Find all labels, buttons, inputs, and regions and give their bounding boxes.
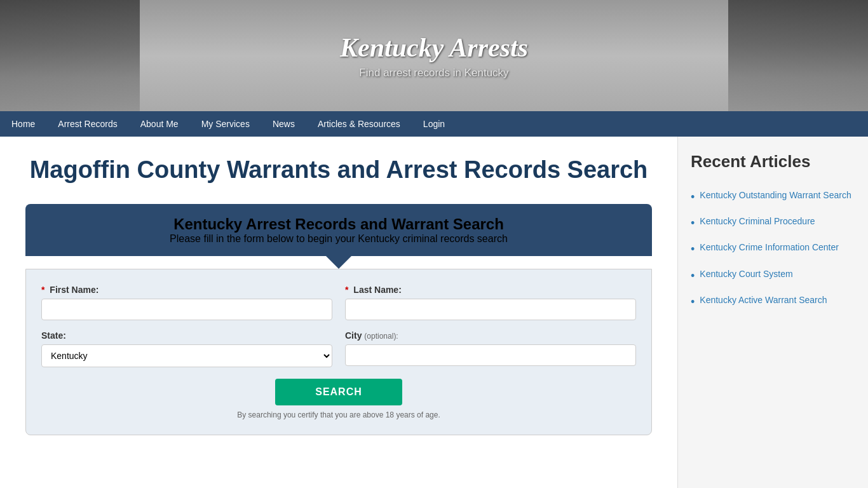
list-item: • Kentucky Criminal Procedure xyxy=(691,210,855,236)
bullet-icon: • xyxy=(691,241,695,257)
city-optional: (optional): xyxy=(364,332,398,341)
nav-articles[interactable]: Articles & Resources xyxy=(306,111,412,137)
main-nav: Home Arrest Records About Me My Services… xyxy=(0,111,868,137)
last-name-group: * Last Name: xyxy=(345,285,636,320)
search-box-arrow xyxy=(326,256,351,269)
nav-home[interactable]: Home xyxy=(0,111,46,137)
form-disclaimer: By searching you certify that you are ab… xyxy=(41,410,636,419)
sidebar-title: Recent Articles xyxy=(691,152,855,172)
first-name-group: * First Name: xyxy=(41,285,332,320)
search-box-heading: Kentucky Arrest Records and Warrant Sear… xyxy=(39,215,638,233)
city-label: City (optional): xyxy=(345,330,636,341)
list-item: • Kentucky Outstanding Warrant Search xyxy=(691,184,855,210)
first-name-input[interactable] xyxy=(41,299,332,320)
list-item: • Kentucky Active Warrant Search xyxy=(691,289,855,315)
bullet-icon: • xyxy=(691,294,695,310)
nav-login[interactable]: Login xyxy=(412,111,456,137)
city-input[interactable] xyxy=(345,344,636,366)
bullet-icon: • xyxy=(691,189,695,205)
state-select[interactable]: Kentucky xyxy=(41,344,332,367)
sidebar-link-3[interactable]: Kentucky Court System xyxy=(700,268,792,281)
page-title: Magoffin County Warrants and Arrest Reco… xyxy=(25,156,652,185)
main-layout: Magoffin County Warrants and Arrest Reco… xyxy=(0,137,868,488)
search-form-container: * First Name: * Last Name: xyxy=(25,269,652,435)
last-name-required: * xyxy=(345,285,348,295)
state-label: State: xyxy=(41,330,332,341)
last-name-label: * Last Name: xyxy=(345,285,636,295)
list-item: • Kentucky Court System xyxy=(691,263,855,289)
sidebar-link-0[interactable]: Kentucky Outstanding Warrant Search xyxy=(700,189,851,202)
nav-arrest-records[interactable]: Arrest Records xyxy=(46,111,128,137)
nav-about-me[interactable]: About Me xyxy=(129,111,190,137)
state-group: State: Kentucky xyxy=(41,330,332,367)
name-row: * First Name: * Last Name: xyxy=(41,285,636,320)
main-content: Magoffin County Warrants and Arrest Reco… xyxy=(0,137,677,488)
bullet-icon: • xyxy=(691,268,695,284)
site-subtitle: Find arrest records in Kentucky xyxy=(340,67,528,79)
nav-my-services[interactable]: My Services xyxy=(190,111,261,137)
sidebar-link-2[interactable]: Kentucky Crime Information Center xyxy=(700,241,839,254)
site-header: Kentucky Arrests Find arrest records in … xyxy=(0,0,868,111)
search-box-wrapper: Kentucky Arrest Records and Warrant Sear… xyxy=(25,204,652,435)
first-name-label: * First Name: xyxy=(41,285,332,295)
sidebar: Recent Articles • Kentucky Outstanding W… xyxy=(677,137,868,488)
search-button[interactable]: SEARCH xyxy=(275,379,402,405)
first-name-required: * xyxy=(41,285,44,295)
last-name-input[interactable] xyxy=(345,299,636,320)
sidebar-link-1[interactable]: Kentucky Criminal Procedure xyxy=(700,215,815,228)
bullet-icon: • xyxy=(691,215,695,231)
search-box-subheading: Please fill in the form below to begin y… xyxy=(39,233,638,245)
list-item: • Kentucky Crime Information Center xyxy=(691,236,855,262)
city-group: City (optional): xyxy=(345,330,636,367)
sidebar-article-list: • Kentucky Outstanding Warrant Search • … xyxy=(691,184,855,315)
location-row: State: Kentucky City (optional): xyxy=(41,330,636,367)
sidebar-link-4[interactable]: Kentucky Active Warrant Search xyxy=(700,294,827,307)
nav-news[interactable]: News xyxy=(261,111,306,137)
search-box-header: Kentucky Arrest Records and Warrant Sear… xyxy=(25,204,652,256)
site-title: Kentucky Arrests xyxy=(340,32,528,63)
